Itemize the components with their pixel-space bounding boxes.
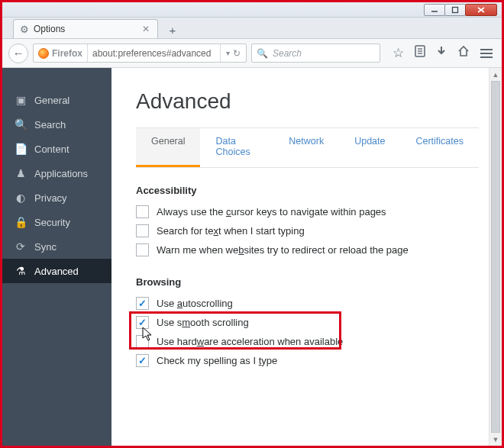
sidebar-item-sync[interactable]: ⟳Sync [2, 234, 111, 259]
security-icon: 🔒 [15, 216, 27, 228]
sidebar-item-search[interactable]: 🔍Search [2, 112, 111, 137]
url-text: about:preferences#advanced [88, 48, 220, 59]
sidebar-item-security[interactable]: 🔒Security [2, 210, 111, 234]
accessibility-label-1[interactable]: Search for text when I start typing [157, 225, 305, 237]
search-icon: 🔍 [257, 48, 268, 59]
window-maximize-button[interactable] [444, 4, 466, 16]
window-close-button[interactable] [465, 4, 497, 16]
accessibility-option-0: Always use the cursor keys to navigate w… [136, 202, 479, 221]
sidebar-item-privacy[interactable]: ◐Privacy [2, 185, 111, 210]
downloads-icon[interactable] [436, 45, 447, 61]
accessibility-section: Accessibility Always use the cursor keys… [136, 185, 479, 259]
preferences-main: Advanced GeneralData ChoicesNetworkUpdat… [111, 68, 502, 446]
browsing-option-3: Check my spelling as I type [136, 351, 479, 370]
svg-rect-1 [453, 7, 458, 12]
scrollbar-thumb[interactable] [491, 81, 500, 433]
browsing-label-0[interactable]: Use autoscrolling [157, 298, 233, 309]
browsing-checkbox-0[interactable] [136, 297, 149, 310]
accessibility-option-2: Warn me when websites try to redirect or… [136, 240, 479, 259]
scroll-down-icon[interactable]: ▼ [489, 433, 502, 446]
tab-close-icon[interactable]: ✕ [141, 24, 151, 34]
applications-icon: ♟ [15, 167, 27, 179]
subtab-update[interactable]: Update [339, 128, 400, 167]
preferences-sidebar: ▣General🔍Search📄Content♟Applications◐Pri… [2, 68, 111, 446]
url-bar[interactable]: Firefox about:preferences#advanced ▾ ↻ [33, 44, 247, 63]
menu-icon[interactable] [480, 49, 493, 58]
search-placeholder: Search [273, 48, 302, 59]
sidebar-item-general[interactable]: ▣General [2, 88, 111, 112]
accessibility-heading: Accessibility [136, 185, 479, 196]
vertical-scrollbar[interactable]: ▲ ▼ [489, 68, 502, 446]
firefox-icon [38, 48, 49, 59]
browsing-checkbox-1[interactable] [136, 316, 149, 329]
browser-tab-strip: ⚙ Options ✕ + [2, 18, 502, 39]
search-icon: 🔍 [15, 118, 27, 131]
sidebar-item-label: Sync [34, 241, 57, 253]
general-icon: ▣ [15, 94, 27, 106]
browser-navbar: ← Firefox about:preferences#advanced ▾ ↻… [2, 39, 502, 68]
browsing-option-2: Use hardware acceleration when available [136, 332, 479, 351]
browser-tab-options[interactable]: ⚙ Options ✕ [13, 19, 158, 38]
sidebar-item-label: Applications [34, 168, 88, 179]
accessibility-checkbox-2[interactable] [136, 243, 149, 256]
subtab-network[interactable]: Network [273, 128, 339, 167]
browsing-label-2[interactable]: Use hardware acceleration when available [157, 336, 343, 347]
sidebar-item-applications[interactable]: ♟Applications [2, 161, 111, 185]
browsing-option-1: Use smooth scrolling [136, 313, 479, 332]
subtab-data-choices[interactable]: Data Choices [200, 128, 273, 167]
sidebar-item-label: Content [34, 143, 69, 155]
sidebar-item-label: Advanced [34, 266, 79, 277]
search-bar[interactable]: 🔍 Search [251, 44, 380, 63]
accessibility-checkbox-0[interactable] [136, 205, 149, 218]
gear-icon: ⚙ [20, 24, 29, 35]
browsing-checkbox-3[interactable] [136, 354, 149, 367]
identity-label: Firefox [52, 48, 82, 59]
accessibility-option-1: Search for text when I start typing [136, 221, 479, 240]
browsing-checkbox-2[interactable] [136, 335, 149, 348]
browsing-heading: Browsing [136, 276, 479, 288]
sidebar-item-label: Security [34, 217, 70, 228]
browsing-label-1[interactable]: Use smooth scrolling [157, 317, 249, 328]
sidebar-item-advanced[interactable]: ⚗Advanced [2, 259, 111, 283]
window-titlebar [2, 2, 502, 18]
browsing-section: Browsing Use autoscrollingUse smooth scr… [136, 276, 479, 370]
bookmark-star-icon[interactable]: ☆ [393, 45, 404, 61]
browser-tab-title: Options [34, 24, 136, 34]
sidebar-item-content[interactable]: 📄Content [2, 137, 111, 161]
accessibility-checkbox-1[interactable] [136, 224, 149, 237]
subtab-certificates[interactable]: Certificates [400, 128, 479, 167]
accessibility-label-2[interactable]: Warn me when websites try to redirect or… [157, 244, 409, 256]
browsing-option-0: Use autoscrolling [136, 294, 479, 313]
advanced-icon: ⚗ [15, 265, 27, 277]
sidebar-item-label: Privacy [34, 192, 67, 204]
back-button[interactable]: ← [8, 44, 28, 63]
browsing-label-3[interactable]: Check my spelling as I type [157, 355, 277, 366]
scroll-up-icon[interactable]: ▲ [489, 68, 502, 81]
privacy-icon: ◐ [15, 192, 27, 204]
page-title: Advanced [136, 89, 479, 114]
home-icon[interactable] [457, 45, 470, 61]
advanced-subtabs: GeneralData ChoicesNetworkUpdateCertific… [136, 127, 479, 168]
accessibility-label-0[interactable]: Always use the cursor keys to navigate w… [157, 206, 386, 218]
go-reload-button[interactable]: ▾ ↻ [220, 44, 246, 62]
window-minimize-button[interactable] [424, 4, 445, 16]
content-icon: 📄 [15, 143, 27, 155]
sidebar-item-label: Search [34, 119, 66, 131]
identity-box[interactable]: Firefox [34, 44, 88, 62]
subtab-general[interactable]: General [136, 128, 200, 167]
sidebar-item-label: General [34, 95, 69, 106]
new-tab-button[interactable]: + [164, 21, 181, 38]
sync-icon: ⟳ [15, 240, 27, 253]
reading-list-icon[interactable] [415, 45, 425, 61]
